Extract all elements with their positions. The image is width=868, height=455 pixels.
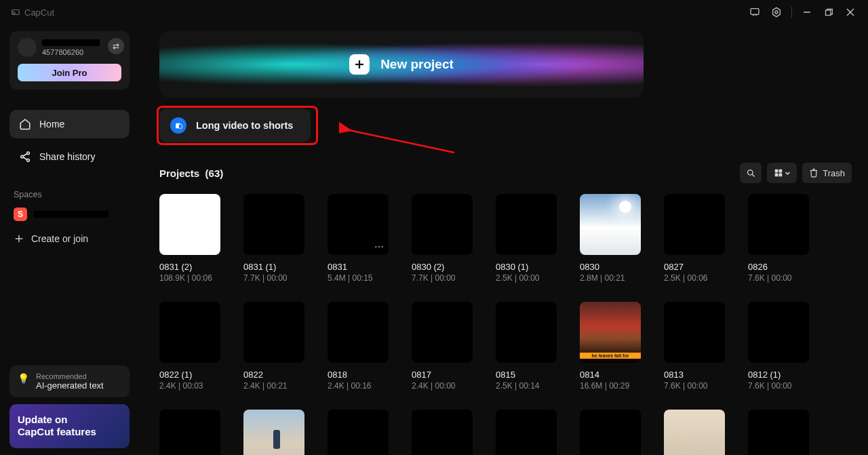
projects-title: Projects (63) (159, 167, 223, 179)
project-meta: 2.4K | 00:21 (243, 381, 304, 391)
project-title: 0813 (664, 370, 725, 380)
project-card[interactable]: 0830 (2)7.7K | 00:00 (412, 194, 473, 283)
recommended-card[interactable]: 💡 Recommended AI-generated text (9, 365, 130, 397)
svg-line-12 (23, 157, 27, 160)
svg-rect-5 (826, 10, 831, 16)
project-thumbnail (412, 194, 473, 255)
project-thumbnail (328, 302, 389, 363)
svg-marker-2 (773, 7, 781, 16)
create-or-join-label: Create or join (31, 233, 88, 244)
project-card[interactable]: 08172.4K | 00:00 (412, 302, 473, 391)
project-title: 0831 (1) (243, 262, 304, 272)
project-thumbnail (243, 194, 304, 255)
home-icon (19, 118, 31, 130)
recommended-title: AI-generated text (36, 380, 104, 391)
update-line1: Update on (18, 414, 67, 425)
switch-account-icon[interactable]: ⇄ (108, 38, 124, 54)
project-card[interactable]: he leaves fall for081416.6M | 00:29 (580, 302, 641, 391)
project-thumbnail: ⋯ (328, 194, 389, 255)
project-card[interactable]: 08272.5K | 00:06 (664, 194, 725, 283)
project-title: 0818 (328, 370, 389, 380)
project-meta: 7.6K | 00:00 (748, 381, 809, 391)
minimize-button[interactable] (797, 3, 816, 22)
new-project-button[interactable]: New project (159, 31, 644, 98)
projects-header: Projects (63) Trash (159, 163, 852, 183)
project-thumbnail (243, 302, 304, 363)
project-thumbnail (748, 194, 809, 255)
project-thumbnail (664, 194, 725, 255)
svg-line-11 (23, 154, 27, 157)
feedback-icon[interactable] (745, 3, 764, 22)
project-title: 0814 (580, 370, 641, 380)
project-title: 0827 (664, 262, 725, 272)
project-card[interactable] (159, 410, 220, 455)
project-title: 0826 (748, 262, 809, 272)
settings-icon[interactable] (767, 3, 786, 22)
window-controls (745, 3, 860, 22)
project-meta: 5.4M | 00:15 (328, 273, 389, 283)
create-or-join[interactable]: Create or join (9, 233, 130, 244)
trash-button[interactable]: Trash (802, 163, 852, 183)
project-card[interactable]: 08152.5K | 00:14 (496, 302, 557, 391)
long-video-to-shorts-button[interactable]: Long video to shorts (159, 108, 311, 142)
project-card[interactable]: 0822 (1)2.4K | 00:03 (159, 302, 220, 391)
svg-line-20 (752, 174, 754, 176)
project-card[interactable] (748, 410, 809, 455)
project-card[interactable]: 08267.6K | 00:00 (748, 194, 809, 283)
svg-rect-18 (178, 124, 182, 128)
separator (791, 7, 792, 18)
grid-icon (774, 168, 783, 178)
spaces-heading: Spaces (9, 190, 130, 199)
project-card[interactable]: 08137.6K | 00:00 (664, 302, 725, 391)
update-card[interactable]: Update onCapCut features (9, 404, 130, 449)
join-pro-button[interactable]: Join Pro (18, 64, 121, 81)
brand: CapCut (11, 7, 54, 18)
project-card[interactable]: ⋯08315.4M | 00:15 (328, 194, 389, 283)
nav-home-label: Home (39, 119, 64, 130)
project-card[interactable] (580, 410, 641, 455)
project-card[interactable]: 08222.4K | 00:21 (243, 302, 304, 391)
project-thumbnail (328, 410, 389, 455)
profile-card[interactable]: 4577806260 ⇄ Join Pro (9, 31, 130, 90)
project-card[interactable]: 0812 (1)7.6K | 00:00 (748, 302, 809, 391)
project-card[interactable]: 08302.8M | 00:21 (580, 194, 641, 283)
plus-icon (14, 233, 24, 244)
profile-id: 4577806260 (42, 48, 100, 56)
close-button[interactable] (841, 3, 860, 22)
more-icon[interactable]: ⋯ (374, 241, 384, 252)
nav-home[interactable]: Home (9, 110, 130, 138)
project-title: 0830 (1) (496, 262, 557, 272)
project-card[interactable] (664, 410, 725, 455)
space-badge: S (14, 207, 27, 221)
project-thumbnail (580, 410, 641, 455)
projects-grid: 0831 (2)108.9K | 00:060831 (1)7.7K | 00:… (159, 194, 852, 455)
project-card[interactable]: 0831 (2)108.9K | 00:06 (159, 194, 220, 283)
project-card[interactable]: 0830 (1)2.5K | 00:00 (496, 194, 557, 283)
titlebar: CapCut (0, 0, 868, 24)
project-meta: 2.5K | 00:00 (496, 273, 557, 283)
project-card[interactable] (243, 410, 304, 455)
search-button[interactable] (740, 163, 762, 183)
long-video-to-shorts-label: Long video to shorts (196, 120, 293, 131)
nav-share-history[interactable]: Share history (9, 142, 130, 171)
project-meta: 7.6K | 00:00 (748, 273, 809, 283)
svg-rect-1 (751, 9, 759, 15)
project-card[interactable] (412, 410, 473, 455)
project-thumbnail (412, 302, 473, 363)
maximize-button[interactable] (819, 3, 838, 22)
project-card[interactable]: 08182.4K | 00:16 (328, 302, 389, 391)
svg-rect-21 (775, 170, 778, 173)
search-icon (746, 168, 756, 178)
project-card[interactable]: 0831 (1)7.7K | 00:00 (243, 194, 304, 283)
lightbulb-icon: 💡 (18, 374, 29, 383)
chevron-down-icon (785, 170, 791, 176)
project-title: 0817 (412, 370, 473, 380)
project-meta: 2.5K | 00:14 (496, 381, 557, 391)
space-item[interactable]: S (9, 207, 130, 221)
view-toggle-button[interactable] (767, 163, 797, 183)
project-card[interactable] (328, 410, 389, 455)
project-meta: 2.5K | 00:06 (664, 273, 725, 283)
project-card[interactable] (496, 410, 557, 455)
project-thumbnail (664, 302, 725, 363)
project-meta: 7.6K | 00:00 (664, 381, 725, 391)
